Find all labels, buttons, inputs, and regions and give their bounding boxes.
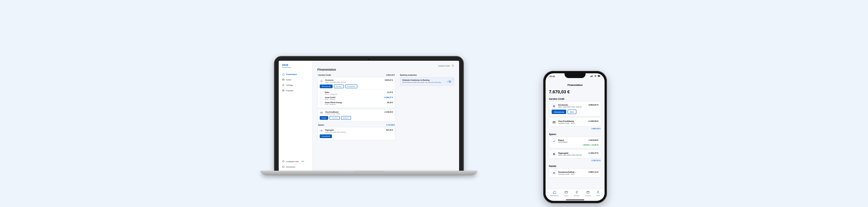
main-content: Caroline Credit Finanzstatus Caroline Cr… bbox=[313, 61, 459, 171]
aufladen-button[interactable]: Aufladen bbox=[341, 116, 351, 120]
device-mockup-stage: DKB Das kann Bank Finanzstatus Karten Au… bbox=[260, 56, 608, 151]
account-balance: -1.249,55 € bbox=[588, 120, 598, 122]
tab-profil[interactable]: Profil bbox=[596, 190, 600, 196]
account-card[interactable]: Gemeinschaftsk… Caroline Credit · 1275 2… bbox=[549, 168, 601, 177]
sidebar-item-aufträge[interactable]: Aufträge bbox=[282, 84, 309, 86]
sidebar-item-intelligente hilfe[interactable]: Intelligente Hilfe Neu bbox=[282, 160, 309, 163]
account-card[interactable]: Girokonto DE07 1203 0000 1001 1029 32 3.… bbox=[317, 77, 395, 108]
tx-icon: · bbox=[320, 101, 323, 105]
umsätze-button[interactable]: Umsätze bbox=[334, 84, 344, 88]
section-total: 2.604,42 € bbox=[549, 128, 601, 130]
account-sub: Caroline Credit · 1275 bbox=[558, 173, 587, 175]
close-icon[interactable]: × bbox=[452, 78, 453, 80]
section-name: Sparen bbox=[549, 133, 556, 135]
überweisung-button[interactable]: Überweisung bbox=[320, 84, 333, 88]
svg-point-18 bbox=[449, 80, 451, 83]
battery-icon bbox=[598, 75, 600, 77]
account-sub: 1670108163 bbox=[558, 141, 587, 143]
section-header: Sparen bbox=[549, 133, 601, 135]
tab-produkte[interactable]: Produkte bbox=[585, 190, 591, 196]
user-name: Caroline Credit bbox=[438, 65, 450, 67]
account-balance: 1.013,94 € bbox=[589, 139, 598, 141]
account-name: Girokonto bbox=[558, 104, 587, 106]
promo-card[interactable]: Erkländre Funktionen im Banking Die Funk… bbox=[400, 77, 454, 86]
transaction-row[interactable]: · Acme GmbH08.09. · Eingang +2.600,27 € bbox=[320, 96, 393, 101]
kontodetails-button[interactable]: Kontodetails bbox=[345, 84, 357, 88]
umsätze-button[interactable]: Umsätze bbox=[330, 116, 339, 120]
box-icon bbox=[282, 89, 284, 92]
page-title: Finanzstatus bbox=[317, 68, 454, 71]
account-balance: 3.853,97 € bbox=[384, 79, 393, 81]
new-badge: Neu bbox=[301, 161, 304, 162]
card-icon bbox=[282, 78, 284, 81]
transaction-row[interactable]: · Green Planet Energy07.09. · Ausgang -5… bbox=[320, 101, 393, 106]
svg-point-19 bbox=[447, 81, 449, 83]
right-heading: Banking entdecken bbox=[400, 74, 454, 76]
section-header: Sparen 1.712,66 € bbox=[317, 124, 395, 126]
status-time: 01:01 bbox=[550, 75, 555, 77]
account-card[interactable]: Depot 1670108163 1.013,94 € +35,00 € | +… bbox=[549, 136, 601, 148]
account-sub: DE07 1203 0000 1001 1029 32 bbox=[325, 81, 382, 83]
transaction-row[interactable]: · NettoGleich · Vorgemerkt -17,97 € bbox=[320, 91, 393, 96]
überweisung-button[interactable]: Überweisung bbox=[552, 110, 566, 114]
section-header: Caroline Credit bbox=[549, 98, 601, 100]
avatar[interactable] bbox=[451, 64, 454, 67]
tab-label: Karten bbox=[564, 195, 569, 196]
tab-label: Aufträge bbox=[574, 195, 580, 196]
mehr-button[interactable]: Mehr bbox=[568, 110, 576, 114]
laptop-screen: DKB Das kann Bank Finanzstatus Karten Au… bbox=[279, 61, 459, 171]
phone-notch bbox=[565, 73, 586, 78]
sidebar-item-rechtliches[interactable]: Rechtliches bbox=[282, 166, 309, 168]
account-sub: DE07 1203 0000 1001 1029 32 bbox=[558, 106, 587, 108]
account-card[interactable]: Tagesgeld DE30 1203 0000 1014 5786 03 50… bbox=[317, 127, 395, 140]
promo-title: Erkländre Funktionen im Banking bbox=[402, 79, 441, 81]
home-icon bbox=[282, 73, 284, 75]
account-balance: 504,45 € bbox=[386, 129, 393, 131]
account-name: Gemeinschaftsk… bbox=[558, 171, 587, 173]
account-card[interactable]: Tagesgeld DE24 1203 0000 1029 9783 49 1.… bbox=[549, 149, 601, 158]
user-icon bbox=[596, 190, 600, 194]
section-name: Sparen bbox=[318, 124, 324, 126]
account-card[interactable]: Visa Kreditkarte Caroline Credit · 9678 … bbox=[317, 109, 395, 122]
logo-tagline: Das kann Bank bbox=[282, 67, 309, 68]
family-icon bbox=[552, 171, 556, 175]
phone-device: 01:01 Finanzstatus 7.670,03 € Caroline C… bbox=[543, 71, 607, 203]
details-button[interactable]: Details bbox=[320, 116, 328, 120]
tx-icon: · bbox=[320, 91, 323, 94]
tab-label: Produkte bbox=[585, 195, 591, 196]
section-name: Caroline Credit bbox=[318, 74, 331, 76]
account-sub: DE30 1203 0000 1014 5786 03 bbox=[325, 131, 384, 133]
sidebar-item-finanzstatus[interactable]: Finanzstatus bbox=[282, 73, 309, 75]
sidebar-item-label: Aufträge bbox=[286, 84, 293, 86]
account-name: Visa Kreditkarte bbox=[558, 120, 586, 122]
tx-name: Green Planet Energy bbox=[325, 101, 342, 104]
account-sub: Caroline Credit · 9678 bbox=[325, 113, 382, 115]
tab-bar: Finanzstatus Karten Aufträge Produkte Pr… bbox=[546, 189, 605, 199]
tx-sub: 08.09. · Eingang bbox=[325, 98, 335, 100]
wifi-icon bbox=[594, 75, 597, 77]
section-total: 1.712,66 € bbox=[386, 124, 395, 126]
sidebar-item-produkte[interactable]: Produkte bbox=[282, 89, 309, 92]
account-name: Visa Kreditkarte bbox=[325, 111, 382, 113]
tab-karten[interactable]: Karten bbox=[564, 190, 569, 196]
sidebar-item-karten[interactable]: Karten bbox=[282, 78, 309, 81]
account-card[interactable]: Visa Kreditkarte Caroline Credit · 9678 … bbox=[549, 117, 601, 127]
tab-label: Finanzstatus bbox=[550, 195, 559, 196]
sidebar-item-label: Intelligente Hilfe bbox=[286, 161, 299, 163]
tab-aufträge[interactable]: Aufträge bbox=[574, 190, 580, 196]
total-balance: 7.670,03 € bbox=[549, 89, 601, 94]
card-icon bbox=[552, 120, 556, 124]
laptop-device: DKB Das kann Bank Finanzstatus Karten Au… bbox=[260, 56, 477, 175]
transfer-icon bbox=[575, 190, 578, 194]
tab-finanzstatus[interactable]: Finanzstatus bbox=[550, 190, 559, 196]
tx-sub: 07.09. · Ausgang bbox=[325, 104, 342, 105]
topbar: Caroline Credit bbox=[317, 64, 454, 67]
account-card[interactable]: Girokonto DE07 1203 0000 1001 1029 32 3.… bbox=[549, 101, 601, 116]
account-sub: DE24 1203 0000 1029 9783 49 bbox=[558, 154, 587, 156]
card-icon bbox=[565, 190, 568, 194]
kontodetails-button[interactable]: Kontodetails bbox=[320, 134, 332, 138]
account-name: Depot bbox=[558, 139, 587, 141]
legal-icon bbox=[282, 166, 284, 168]
tx-name: Acme GmbH bbox=[325, 96, 335, 98]
performance-badge: +35,00 € | +14,90 % bbox=[552, 144, 598, 146]
